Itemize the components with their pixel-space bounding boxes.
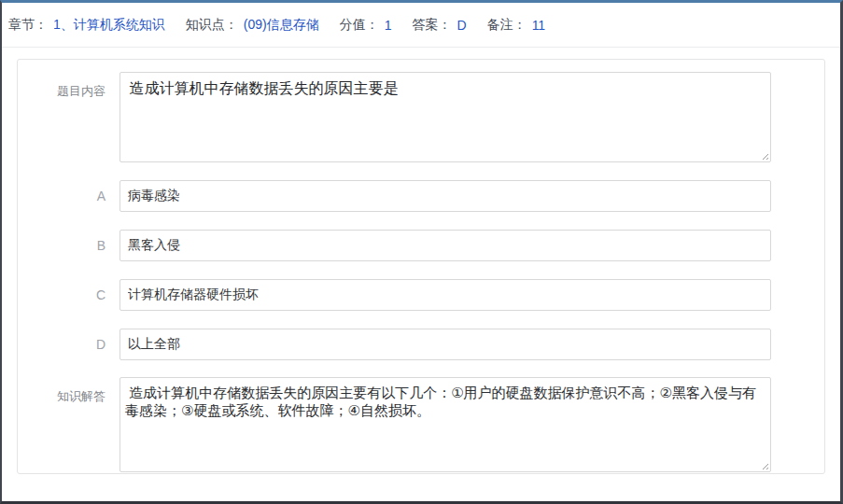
remark-label: 备注： bbox=[487, 17, 527, 34]
option-b-input[interactable] bbox=[119, 230, 771, 261]
option-d-row: D bbox=[18, 329, 824, 360]
option-c-label: C bbox=[18, 287, 119, 302]
question-content-label: 题目内容 bbox=[18, 72, 119, 162]
score-label: 分值： bbox=[340, 17, 379, 34]
option-c-input[interactable] bbox=[119, 279, 771, 311]
answer-label: 答案： bbox=[413, 17, 452, 34]
knowledge-point-value: (09)信息存储 bbox=[244, 17, 319, 34]
explanation-textarea[interactable]: 造成计算机中存储数据丢失的原因主要有以下几个：①用户的硬盘数据保护意识不高；②黑… bbox=[119, 377, 771, 472]
option-c-row: C bbox=[18, 279, 824, 311]
explanation-field-wrap: 造成计算机中存储数据丢失的原因主要有以下几个：①用户的硬盘数据保护意识不高；②黑… bbox=[119, 377, 771, 472]
knowledge-point-label: 知识点： bbox=[186, 17, 238, 34]
resize-grip-icon[interactable] bbox=[760, 151, 769, 161]
option-a-input[interactable] bbox=[119, 180, 771, 212]
option-a-field-wrap bbox=[119, 180, 771, 212]
question-form-card: 题目内容 造成计算机中存储数据丢失的原因主要是 A B C D 知识解答 bbox=[17, 59, 825, 474]
option-d-input[interactable] bbox=[119, 329, 771, 360]
option-b-field-wrap bbox=[119, 230, 771, 261]
remark-value: 11 bbox=[532, 18, 546, 33]
option-b-label: B bbox=[18, 238, 119, 253]
meta-knowledge-point: 知识点： (09)信息存储 bbox=[186, 17, 319, 34]
question-content-row: 题目内容 造成计算机中存储数据丢失的原因主要是 bbox=[18, 72, 824, 162]
answer-value: D bbox=[457, 18, 467, 33]
score-value: 1 bbox=[385, 18, 392, 33]
meta-chapter: 章节： 1、计算机系统知识 bbox=[8, 17, 165, 34]
question-content-textarea[interactable]: 造成计算机中存储数据丢失的原因主要是 bbox=[119, 72, 771, 162]
chapter-value: 1、计算机系统知识 bbox=[53, 17, 165, 34]
option-a-row: A bbox=[18, 180, 824, 212]
option-d-label: D bbox=[18, 337, 119, 352]
option-a-label: A bbox=[18, 189, 119, 203]
explanation-row: 知识解答 造成计算机中存储数据丢失的原因主要有以下几个：①用户的硬盘数据保护意识… bbox=[18, 377, 824, 472]
chapter-label: 章节： bbox=[8, 17, 48, 34]
explanation-label: 知识解答 bbox=[18, 377, 119, 472]
option-d-field-wrap bbox=[119, 329, 771, 360]
question-content-field-wrap: 造成计算机中存储数据丢失的原因主要是 bbox=[119, 72, 771, 162]
option-c-field-wrap bbox=[119, 279, 771, 311]
resize-grip-icon[interactable] bbox=[760, 461, 769, 470]
meta-score: 分值： 1 bbox=[340, 17, 392, 34]
meta-remark: 备注： 11 bbox=[487, 17, 546, 34]
question-meta-header: 章节： 1、计算机系统知识 知识点： (09)信息存储 分值： 1 答案： D … bbox=[2, 3, 840, 48]
option-b-row: B bbox=[18, 230, 824, 261]
meta-answer: 答案： D bbox=[413, 17, 467, 34]
